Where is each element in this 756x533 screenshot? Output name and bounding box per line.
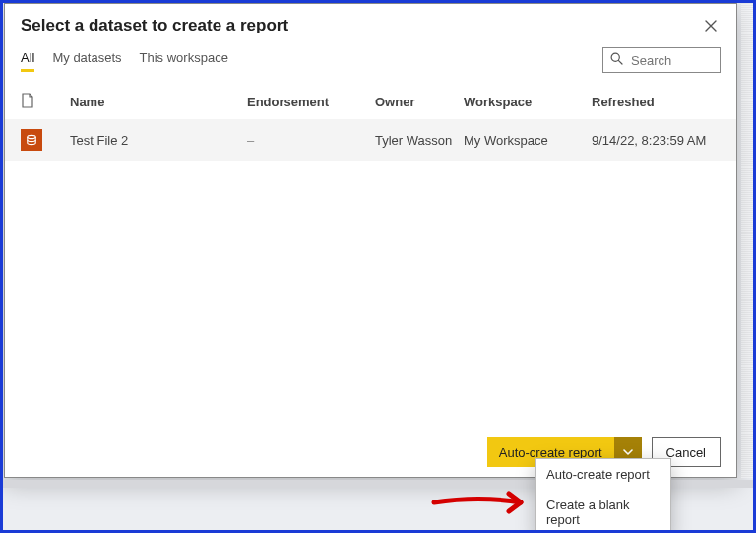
- chevron-down-icon: [623, 449, 633, 455]
- close-icon: [705, 20, 717, 32]
- dialog-header: Select a dataset to create a report: [5, 4, 736, 41]
- scrollbar-track[interactable]: [741, 3, 753, 478]
- table-row[interactable]: Test File 2 – Tyler Wasson My Workspace …: [5, 119, 736, 161]
- column-workspace[interactable]: Workspace: [464, 95, 592, 109]
- create-report-dropdown: Auto-create report Create a blank report: [536, 458, 671, 533]
- dropdown-auto-create[interactable]: Auto-create report: [536, 459, 670, 490]
- table-header: Name Endorsement Owner Workspace Refresh…: [5, 83, 736, 119]
- close-button[interactable]: [699, 14, 723, 37]
- tab-my-datasets[interactable]: My datasets: [52, 50, 121, 71]
- annotation-arrow: [430, 490, 538, 515]
- cell-refreshed: 9/14/22, 8:23:59 AM: [592, 133, 736, 148]
- tab-all[interactable]: All: [21, 50, 34, 71]
- dialog-title: Select a dataset to create a report: [21, 16, 288, 35]
- select-dataset-dialog: Select a dataset to create a report All …: [4, 3, 737, 478]
- svg-line-1: [618, 60, 622, 64]
- tab-this-workspace[interactable]: This workspace: [140, 50, 228, 71]
- search-icon: [610, 52, 623, 68]
- document-icon: [21, 93, 34, 108]
- dropdown-blank-report[interactable]: Create a blank report: [536, 490, 670, 533]
- app-frame: Select a dataset to create a report All …: [0, 0, 756, 533]
- cell-endorsement: –: [247, 133, 375, 148]
- column-name[interactable]: Name: [70, 95, 247, 109]
- column-refreshed[interactable]: Refreshed: [592, 95, 749, 109]
- tabs-row: All My datasets This workspace: [5, 41, 736, 83]
- dataset-icon: [21, 129, 42, 151]
- search-field: [602, 47, 721, 73]
- column-owner[interactable]: Owner: [375, 95, 464, 109]
- scope-tabs: All My datasets This workspace: [21, 50, 228, 71]
- cell-workspace: My Workspace: [464, 133, 592, 148]
- column-icon: [21, 93, 70, 111]
- cell-name: Test File 2: [70, 133, 247, 148]
- table-body: Test File 2 – Tyler Wasson My Workspace …: [5, 119, 736, 427]
- svg-point-2: [28, 135, 35, 138]
- cell-owner: Tyler Wasson: [375, 133, 464, 148]
- column-endorsement[interactable]: Endorsement: [247, 95, 375, 109]
- dataset-icon-cell: [21, 129, 70, 151]
